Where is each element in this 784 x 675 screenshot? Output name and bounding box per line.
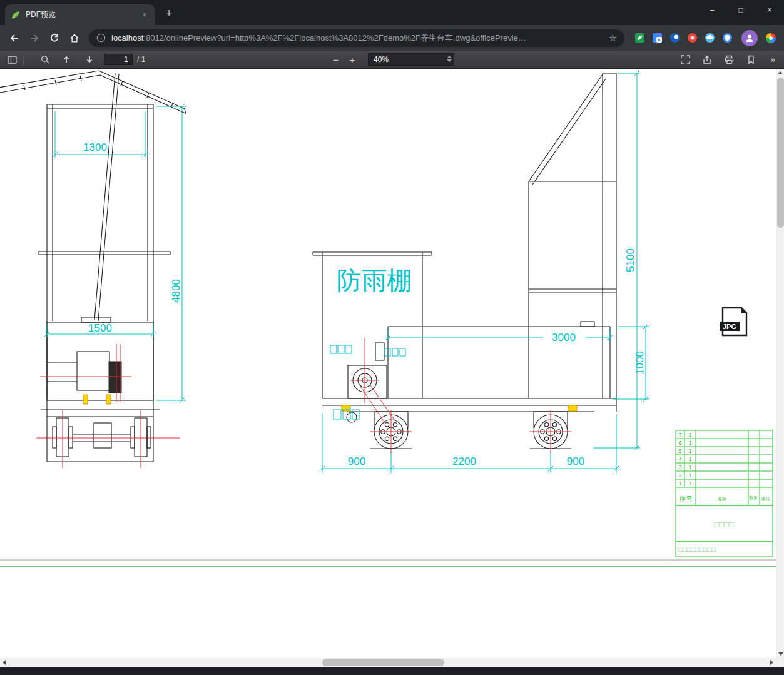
qty-value: 1 — [688, 440, 691, 446]
printer-icon — [724, 54, 735, 65]
qty-value: 1 — [688, 464, 691, 470]
scroll-up-arrow[interactable] — [776, 69, 784, 77]
zoom-value: 40% — [374, 55, 389, 64]
dim-side-body-width: 3000 — [552, 332, 576, 343]
url-path: :8012/onlinePreview?url=http%3A%2F%2Floc… — [143, 33, 526, 43]
row-number: 3 — [678, 464, 681, 470]
toolbar-separator — [23, 55, 24, 64]
dim-front-box-width: 1500 — [88, 322, 112, 334]
qty-value: 1 — [688, 456, 691, 462]
profile-avatar[interactable] — [741, 30, 758, 46]
dim-side-left-span: 900 — [348, 455, 365, 467]
title-block-header-col4: 备注 — [761, 496, 770, 502]
dim-front-height: 4800 — [170, 279, 182, 303]
dim-side-height: 5100 — [624, 248, 636, 272]
print-button[interactable] — [721, 52, 737, 67]
extension-icon-shield[interactable] — [722, 33, 733, 43]
reload-button[interactable] — [45, 29, 64, 48]
title-block-header-col2: 名称 — [718, 497, 726, 502]
scroll-left-arrow[interactable] — [0, 658, 8, 667]
qty-value: 1 — [688, 472, 691, 479]
maximize-button[interactable]: □ — [726, 0, 755, 20]
horizontal-scrollbar-thumb[interactable] — [322, 659, 444, 666]
forward-arrow-icon — [29, 33, 40, 44]
arrow-up-icon — [61, 54, 71, 64]
bookmark-star-icon[interactable]: ☆ — [609, 33, 617, 44]
home-button[interactable] — [65, 29, 84, 48]
sidebar-toggle-button[interactable] — [4, 52, 20, 67]
toolbar-right-group: » — [677, 52, 781, 67]
extension-icon-translate[interactable] — [652, 33, 663, 43]
tab-bar: PDF预览 × + – □ × — [0, 0, 784, 25]
tab-title: PDF预览 — [26, 9, 135, 20]
jpg-label: JPG — [723, 323, 736, 330]
person-icon — [745, 33, 755, 43]
back-button[interactable] — [5, 29, 24, 48]
navigation-bar: localhost:8012/onlinePreview?url=http%3A… — [0, 25, 784, 51]
bookmark-button[interactable] — [743, 52, 759, 67]
tab-close-icon[interactable]: × — [140, 10, 150, 20]
home-icon — [69, 33, 80, 44]
address-bar[interactable]: localhost:8012/onlinePreview?url=http%3A… — [89, 29, 624, 47]
dim-side-middle-span: 2200 — [452, 455, 476, 467]
search-icon — [40, 54, 51, 65]
scroll-right-arrow[interactable] — [768, 658, 776, 667]
window-bottom-strip — [0, 667, 784, 675]
pdf-viewer-toolbar: / 1 − + 40% » — [0, 51, 784, 69]
title-block-placeholder-title: □□□□ — [714, 520, 734, 529]
extension-icon-blue-circle[interactable] — [669, 33, 680, 43]
row-number: 4 — [678, 456, 681, 462]
extension-icon-green[interactable] — [634, 33, 645, 43]
presentation-mode-button[interactable] — [677, 52, 693, 67]
row-number: 1 — [678, 480, 681, 487]
title-block-header-col3: 数量 — [749, 495, 758, 500]
upload-box-icon — [702, 54, 713, 65]
open-file-button[interactable] — [699, 52, 715, 67]
minimize-button[interactable]: – — [698, 0, 726, 20]
title-block-placeholder-footer: □□□□□□□□□ — [678, 546, 716, 553]
arrow-down-icon — [84, 54, 94, 64]
sidebar-toggle-icon — [7, 54, 18, 65]
side-view: 防雨棚 3000 1000 5100 900 2200 900 — [313, 71, 649, 473]
qty-value: 1 — [688, 432, 691, 438]
reload-icon — [49, 33, 60, 44]
kkfileview-leaf-favicon — [11, 10, 21, 20]
dim-side-body-height: 1000 — [634, 351, 646, 375]
dim-side-right-span: 900 — [567, 455, 584, 467]
browser-menu-button[interactable] — [763, 30, 779, 46]
browser-window: PDF预览 × + – □ × — [0, 0, 784, 675]
jpg-file-icon: JPG — [720, 308, 746, 335]
scrollbar-corner — [776, 658, 784, 667]
vertical-scrollbar[interactable] — [776, 69, 784, 658]
front-view: 1300 4800 1500 — [0, 71, 186, 468]
zoom-in-button[interactable]: + — [344, 52, 360, 67]
zoom-out-button[interactable]: − — [328, 52, 344, 67]
zoom-select[interactable]: 40% — [368, 53, 454, 66]
title-block-header-col1: 序号 — [679, 495, 693, 503]
toolbar-overflow-button[interactable]: » — [765, 52, 781, 67]
bookmark-icon — [746, 54, 756, 65]
page-count-label: / 1 — [137, 55, 145, 64]
forward-button[interactable] — [25, 29, 44, 48]
close-button[interactable]: × — [755, 0, 784, 20]
row-number: 6 — [678, 440, 681, 446]
page-number-input[interactable] — [104, 54, 133, 65]
horizontal-scrollbar[interactable] — [0, 658, 784, 667]
zoom-spinner-icon — [447, 56, 452, 62]
dim-front-top-width: 1300 — [83, 141, 107, 153]
page-info-icon[interactable] — [96, 33, 106, 43]
browser-tab[interactable]: PDF预览 × — [5, 4, 155, 25]
row-number: 7 — [678, 432, 681, 438]
vertical-scrollbar-thumb[interactable] — [777, 78, 784, 228]
next-page-button[interactable] — [81, 52, 98, 67]
qty-value: 1 — [688, 480, 691, 487]
title-block: 7 6 5 4 3 2 1 1 1 1 1 1 1 1 序号 名称 数量 备注 … — [676, 430, 773, 557]
new-tab-button[interactable]: + — [160, 4, 178, 22]
find-button[interactable] — [37, 52, 53, 67]
extension-icon-cloud[interactable] — [705, 33, 715, 43]
previous-page-button[interactable] — [58, 52, 74, 67]
fullscreen-icon — [680, 54, 691, 65]
window-controls: – □ × — [698, 0, 784, 20]
scroll-down-arrow[interactable] — [776, 650, 784, 658]
extension-icon-red[interactable] — [687, 33, 698, 43]
